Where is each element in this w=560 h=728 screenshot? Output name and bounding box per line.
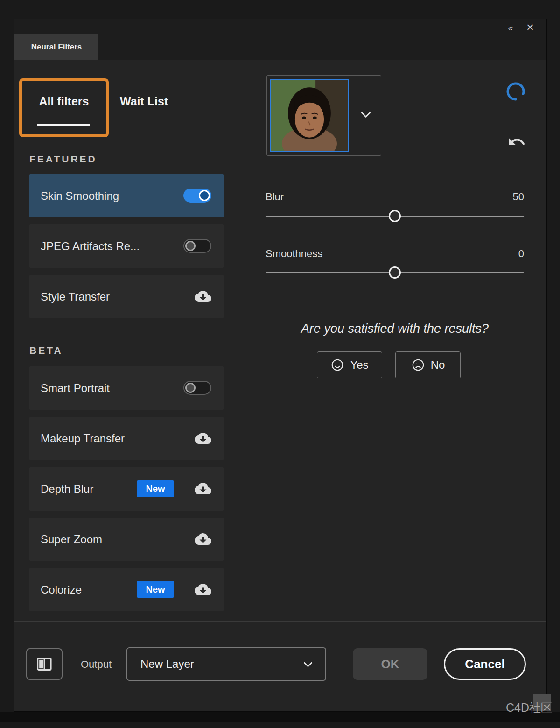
titlebar: « ✕ Neural Filters	[14, 19, 546, 60]
filter-label: Smart Portrait	[41, 382, 110, 395]
filter-item-smart-portrait[interactable]: Smart Portrait	[29, 366, 224, 410]
smoothness-slider-value: 0	[486, 248, 524, 260]
preview-split-view-button[interactable]	[26, 648, 63, 680]
child-portrait-image	[271, 80, 348, 151]
dropdown-chevron-down-icon	[301, 658, 315, 672]
cloud-download-icon[interactable]	[195, 430, 211, 447]
yes-label: Yes	[350, 358, 368, 371]
split-view-icon	[35, 655, 54, 673]
cloud-download-icon[interactable]	[195, 480, 211, 497]
filter-item-style-transfer[interactable]: Style Transfer	[29, 275, 224, 318]
filter-label: Skin Smoothing	[41, 189, 119, 203]
filter-label: Colorize	[41, 583, 82, 596]
blur-slider-label: Blur	[266, 191, 284, 203]
loading-spinner-icon	[505, 81, 526, 102]
filter-item-depth-blur[interactable]: Depth Blur New	[29, 467, 224, 511]
no-label: No	[431, 358, 445, 371]
footer-divider	[14, 621, 546, 622]
neural-filters-window: « ✕ Neural Filters All filters Wait List…	[14, 19, 547, 712]
output-dropdown[interactable]: New Layer	[126, 647, 326, 681]
cloud-download-icon[interactable]	[195, 531, 211, 547]
feedback-yes-button[interactable]: Yes	[317, 351, 382, 378]
toggle-knob	[185, 383, 196, 393]
smiley-sad-icon	[411, 358, 425, 372]
annotation-highlight-box	[19, 78, 109, 137]
new-badge: New	[137, 581, 174, 598]
filter-label: JPEG Artifacts Re...	[41, 240, 140, 253]
filter-item-colorize[interactable]: Colorize New	[29, 568, 224, 611]
ok-button[interactable]: OK	[353, 648, 427, 680]
horizontal-scrollbar	[0, 712, 560, 722]
blur-slider-handle[interactable]	[389, 210, 401, 222]
output-label: Output	[81, 658, 112, 671]
cloud-download-icon[interactable]	[195, 581, 211, 598]
smoothness-slider-handle[interactable]	[389, 266, 401, 279]
filter-label: Style Transfer	[41, 290, 110, 303]
section-heading-featured: FEATURED	[29, 154, 97, 165]
filter-label: Depth Blur	[41, 483, 93, 496]
filter-label: Makeup Transfer	[41, 432, 125, 445]
output-dropdown-value: New Layer	[140, 658, 194, 671]
cloud-download-icon[interactable]	[195, 288, 211, 305]
collapse-panel-icon[interactable]: «	[504, 21, 518, 35]
jpeg-artifacts-toggle[interactable]	[183, 239, 211, 253]
feedback-question: Are you satisfied with the results?	[266, 322, 524, 336]
smiley-happy-icon	[330, 358, 344, 372]
filter-item-makeup-transfer[interactable]: Makeup Transfer	[29, 417, 224, 460]
skin-smoothing-toggle[interactable]	[183, 189, 211, 203]
blur-slider-value: 50	[486, 191, 524, 203]
panel-divider	[238, 60, 238, 621]
panel-tab-neural-filters[interactable]: Neural Filters	[14, 34, 98, 60]
filter-item-jpeg-artifacts[interactable]: JPEG Artifacts Re...	[29, 224, 224, 268]
smoothness-slider-label: Smoothness	[266, 248, 322, 260]
filter-item-super-zoom[interactable]: Super Zoom	[29, 518, 224, 561]
section-heading-beta: BETA	[29, 345, 63, 356]
thumbnail-chevron-down-icon[interactable]	[358, 107, 374, 123]
cancel-button[interactable]: Cancel	[444, 648, 526, 680]
preview-thumbnail[interactable]	[270, 79, 349, 152]
reset-undo-icon[interactable]	[507, 133, 526, 151]
screen: « ✕ Neural Filters All filters Wait List…	[0, 0, 560, 728]
filter-label: Super Zoom	[41, 533, 102, 546]
watermark: C4D社区	[506, 700, 553, 715]
toggle-knob	[199, 190, 210, 201]
new-badge: New	[137, 480, 174, 497]
tab-wait-list[interactable]: Wait List	[120, 95, 168, 108]
close-icon[interactable]: ✕	[523, 21, 537, 35]
feedback-no-button[interactable]: No	[395, 351, 461, 378]
toggle-knob	[185, 241, 196, 251]
filter-item-skin-smoothing[interactable]: Skin Smoothing	[29, 174, 224, 217]
smart-portrait-toggle[interactable]	[183, 381, 211, 395]
